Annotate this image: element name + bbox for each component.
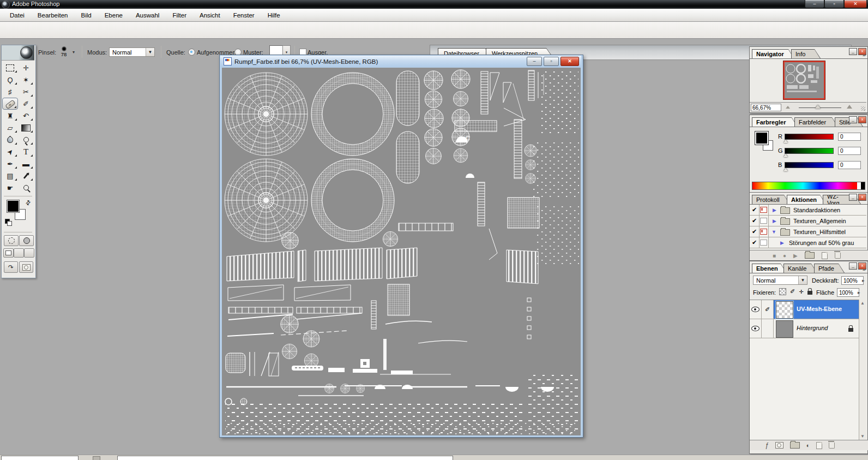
slice-tool[interactable]: ✂: [18, 86, 34, 98]
zoom-in-icon[interactable]: [847, 105, 852, 109]
menu-datei[interactable]: Datei: [3, 10, 31, 20]
zoom-tool[interactable]: [18, 182, 34, 194]
action-set-label[interactable]: Standardaktionen: [793, 207, 840, 213]
document-canvas[interactable]: C: [222, 68, 581, 435]
play-button[interactable]: ▶: [793, 253, 798, 259]
expand-triangle-icon[interactable]: ▶: [780, 240, 784, 246]
panel-close-button[interactable]: x: [858, 48, 866, 55]
layer-name[interactable]: Hintergrund: [797, 325, 828, 331]
quick-mask-mode-button[interactable]: [19, 235, 34, 246]
menu-fenster[interactable]: Fenster: [227, 10, 261, 20]
lock-paint-icon[interactable]: ✐: [790, 288, 795, 295]
tab-navigator[interactable]: Navigator: [752, 49, 794, 58]
marquee-tool[interactable]: [2, 62, 18, 74]
layer-thumbnail[interactable]: [776, 301, 793, 319]
action-set-row[interactable]: ✔ ▶ Standardaktionen: [750, 205, 866, 216]
opacity-value[interactable]: 100%: [841, 276, 864, 285]
action-check[interactable]: ✔: [750, 216, 760, 226]
document-titlebar[interactable]: Rumpf_Farbe.tif bei 66,7% (UV-Mesh-Ebene…: [220, 56, 581, 67]
action-set-label[interactable]: Texturen_Hilfsmittel: [793, 229, 846, 235]
brush-preview-button[interactable]: 78: [57, 46, 71, 58]
tab-kanaele[interactable]: Kanäle: [783, 264, 817, 273]
blur-tool[interactable]: [2, 134, 18, 146]
action-modal-toggle[interactable]: [759, 205, 769, 215]
new-layer-button[interactable]: [816, 442, 822, 449]
action-row[interactable]: ✔ ▶ Störungen auf 50% grau: [750, 237, 866, 248]
notes-tool[interactable]: ▤: [2, 170, 18, 182]
shape-tool[interactable]: ▬: [18, 158, 34, 170]
menu-bild[interactable]: Bild: [74, 10, 98, 20]
imageready-app-button[interactable]: [19, 261, 33, 273]
standard-screen-mode-button[interactable]: [3, 248, 14, 258]
path-selection-tool[interactable]: ➤: [2, 146, 18, 158]
layer-row-hintergrund[interactable]: Hintergrund: [750, 319, 859, 338]
app-restore-button[interactable]: ▫: [824, 0, 844, 8]
eyedropper-tool[interactable]: [18, 170, 34, 182]
fill-value[interactable]: 100%: [837, 288, 859, 297]
layer-visibility-toggle[interactable]: [750, 319, 762, 338]
red-slider[interactable]: [785, 134, 834, 140]
layer-thumbnail[interactable]: [776, 320, 793, 338]
action-set-label[interactable]: Texturen_Allgemein: [793, 218, 846, 224]
brush-tool[interactable]: ✐: [18, 98, 34, 110]
blend-mode-dropdown[interactable]: Normal ▼: [109, 47, 155, 57]
menu-ansicht[interactable]: Ansicht: [193, 10, 227, 20]
expand-triangle-icon[interactable]: ▶: [773, 207, 776, 213]
type-tool[interactable]: T: [18, 146, 34, 158]
delete-action-button[interactable]: [835, 253, 841, 259]
panel-minimize-button[interactable]: _: [849, 48, 857, 55]
navigator-zoom-slider[interactable]: [799, 107, 841, 108]
tab-protokoll[interactable]: Protokoll: [752, 195, 790, 204]
magic-wand-tool[interactable]: ✶: [18, 74, 34, 86]
opacity-spinner-icon[interactable]: ▸: [862, 278, 865, 283]
fullscreen-menubar-mode-button[interactable]: [14, 248, 24, 258]
source-sampled-radio[interactable]: [188, 49, 195, 56]
layer-name[interactable]: UV-Mesh-Ebene: [797, 306, 842, 312]
navigator-zoom-input[interactable]: [751, 104, 781, 111]
foreground-color-swatch[interactable]: [755, 132, 768, 145]
menu-bearbeiten[interactable]: Bearbeiten: [31, 10, 75, 20]
swap-colors-icon[interactable]: ⇄: [24, 199, 33, 207]
panel-minimize-button[interactable]: _: [849, 116, 857, 123]
dodge-tool[interactable]: [18, 134, 34, 146]
fill-spinner-icon[interactable]: ▸: [858, 290, 860, 295]
lock-all-icon[interactable]: [807, 291, 812, 295]
adjustment-layer-button[interactable]: ◐: [806, 442, 810, 449]
stop-button[interactable]: ■: [773, 253, 776, 259]
app-close-button[interactable]: ✕: [844, 0, 867, 8]
crop-tool[interactable]: ♯: [2, 86, 18, 98]
panel-resize-grip[interactable]: [861, 106, 865, 111]
fullscreen-mode-button[interactable]: [24, 248, 34, 258]
lasso-tool[interactable]: Ϙ: [2, 74, 18, 86]
foreground-color-swatch[interactable]: [7, 200, 19, 212]
panel-minimize-button[interactable]: _: [849, 262, 857, 270]
standard-mode-button[interactable]: [4, 235, 19, 246]
navigator-thumbnail[interactable]: [783, 61, 825, 99]
action-modal-toggle[interactable]: [759, 226, 769, 237]
green-value-input[interactable]: [838, 147, 861, 155]
layer-list-scrollbar[interactable]: ▲ ▼: [859, 300, 867, 440]
default-colors-icon[interactable]: [5, 219, 11, 225]
slider-thumb[interactable]: [815, 105, 821, 109]
action-set-row[interactable]: ✔ ▼ Texturen_Hilfsmittel: [750, 226, 866, 237]
red-slider-marker[interactable]: [783, 140, 788, 143]
action-set-row[interactable]: ✔ ▶ Texturen_Allgemein: [750, 216, 866, 226]
blue-slider-marker[interactable]: [783, 168, 788, 171]
green-slider-marker[interactable]: [783, 154, 788, 157]
app-minimize-button[interactable]: –: [805, 0, 824, 8]
active-layer-indicator[interactable]: ✐: [762, 300, 774, 319]
history-brush-tool[interactable]: ↶: [18, 110, 34, 122]
brush-picker-arrow-icon[interactable]: ▾: [73, 50, 75, 55]
record-button[interactable]: ●: [783, 253, 786, 259]
panel-close-button[interactable]: x: [858, 194, 866, 201]
pen-tool[interactable]: ✒: [2, 158, 18, 170]
new-group-button[interactable]: [790, 442, 800, 449]
add-mask-button[interactable]: [775, 442, 783, 449]
action-modal-toggle[interactable]: [759, 237, 769, 248]
action-check[interactable]: ✔: [750, 226, 760, 237]
new-action-button[interactable]: [822, 252, 828, 259]
toolbox-header[interactable]: [2, 45, 34, 61]
delete-layer-button[interactable]: [829, 443, 835, 449]
action-check[interactable]: ✔: [750, 237, 760, 248]
healing-brush-tool[interactable]: [2, 98, 18, 110]
